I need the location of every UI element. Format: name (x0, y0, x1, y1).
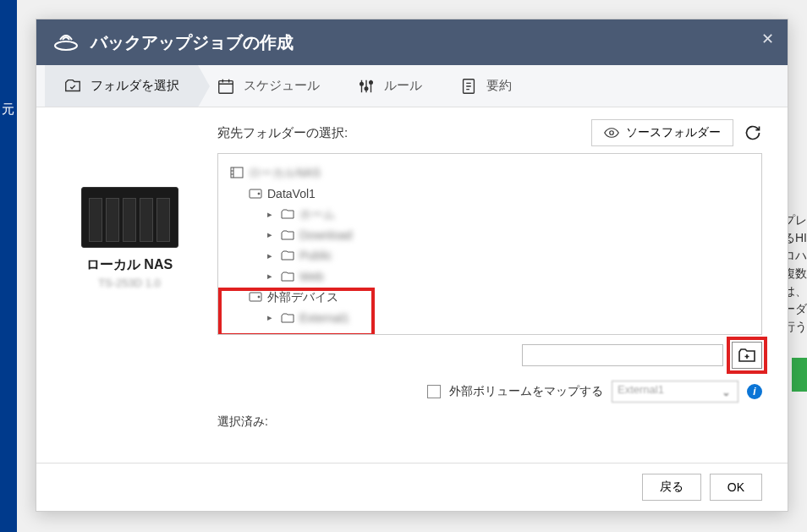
svg-point-9 (258, 193, 260, 195)
tree-external-folder-label: External1 (299, 308, 349, 329)
svg-point-0 (55, 41, 77, 50)
source-button-label: ソースフォルダー (626, 125, 721, 140)
background-sidebar (0, 0, 17, 532)
nas-panel: ローカル NAS TS-253D 1.0 (62, 119, 197, 454)
chevron-down-icon: ⌄ (722, 386, 731, 398)
svg-point-4 (370, 80, 373, 84)
add-folder-button[interactable] (732, 342, 762, 369)
destination-panel: 宛先フォルダーの選択: ソースフォルダー ローカルNAS (217, 119, 762, 454)
tree-volume-label: DataVol1 (267, 184, 316, 205)
source-folders-button[interactable]: ソースフォルダー (591, 119, 733, 146)
dialog-title: バックアップジョブの作成 (91, 31, 294, 54)
map-volume-checkbox[interactable] (427, 385, 441, 398)
step-folders[interactable]: フォルダを選択 (45, 65, 198, 107)
close-button[interactable]: ✕ (761, 31, 774, 47)
svg-point-11 (258, 296, 260, 298)
panel-header: 宛先フォルダーの選択: ソースフォルダー (217, 119, 762, 146)
path-row (217, 342, 762, 369)
tree-root-label: ローカルNAS (249, 162, 321, 184)
step-label: スケジュール (244, 78, 320, 94)
sliders-icon (357, 77, 376, 96)
step-schedule[interactable]: スケジュール (198, 65, 338, 107)
backup-job-dialog: バックアップジョブの作成 ✕ フォルダを選択 スケジュール ルール 要約 ローカ… (36, 19, 788, 512)
tree-external-label: 外部デバイス (267, 287, 338, 308)
step-label: ルール (384, 78, 422, 94)
folder-icon (281, 313, 294, 323)
map-volume-row: 外部ボリュームをマップする External1 ⌄ i (217, 381, 762, 403)
svg-point-6 (610, 131, 614, 135)
panel-title: 宛先フォルダーの選択: (217, 125, 348, 141)
folder-icon (281, 209, 294, 219)
folder-icon (281, 271, 294, 282)
nas-icon (53, 33, 79, 52)
ok-button[interactable]: OK (710, 474, 762, 501)
tree-folder[interactable]: ▸ Download (230, 225, 749, 246)
nas-image (81, 187, 178, 248)
background-green (792, 358, 807, 392)
tree-folder[interactable]: ▸ Web (230, 266, 749, 288)
svg-rect-1 (219, 80, 233, 93)
svg-point-3 (365, 86, 368, 90)
calendar-icon (217, 77, 235, 96)
step-rules[interactable]: ルール (338, 65, 441, 107)
tree-folder-label: Public (299, 245, 332, 266)
tree-folder-label: Download (299, 225, 352, 246)
tree-folder-label: Web (299, 266, 324, 288)
folder-icon (281, 230, 294, 240)
tree-root[interactable]: ローカルNAS (230, 162, 749, 184)
selected-label: 選択済み: (217, 414, 762, 430)
drive-icon (249, 292, 262, 302)
new-folder-input[interactable] (522, 344, 723, 366)
svg-point-2 (360, 82, 364, 85)
dialog-footer: 戻る OK (36, 463, 788, 511)
step-label: 要約 (486, 78, 512, 94)
refresh-icon (744, 124, 761, 141)
step-label: フォルダを選択 (91, 78, 179, 94)
tree-folder[interactable]: ▸ ホーム (230, 204, 749, 225)
nas-model: TS-253D 1.0 (98, 277, 161, 289)
dialog-content: ローカル NAS TS-253D 1.0 宛先フォルダーの選択: ソースフォルダ… (36, 107, 788, 463)
refresh-button[interactable] (744, 123, 762, 142)
folder-tree[interactable]: ローカルNAS DataVol1 ▸ ホーム ▸ Download ▸ P (217, 153, 762, 335)
server-icon (230, 167, 244, 178)
summary-icon (459, 77, 478, 96)
folder-plus-icon (738, 348, 756, 363)
svg-rect-7 (231, 167, 243, 178)
info-icon[interactable]: i (747, 384, 762, 399)
tree-external-folder[interactable]: ▸ External1 (230, 308, 749, 329)
background-text: 元 (2, 101, 14, 118)
folder-select-icon (63, 77, 82, 96)
nas-label: ローカル NAS (86, 256, 173, 274)
tree-folder[interactable]: ▸ Public (230, 245, 749, 266)
dialog-titlebar: バックアップジョブの作成 ✕ (36, 19, 788, 65)
wizard-stepper: フォルダを選択 スケジュール ルール 要約 (36, 65, 788, 107)
tree-volume[interactable]: DataVol1 (230, 184, 749, 205)
back-button[interactable]: 戻る (642, 474, 701, 501)
map-volume-select[interactable]: External1 ⌄ (612, 381, 738, 403)
map-select-value: External1 (618, 383, 664, 396)
step-summary[interactable]: 要約 (441, 65, 530, 107)
tree-external-device[interactable]: 外部デバイス (230, 287, 749, 308)
folder-icon (281, 250, 294, 261)
drive-icon (249, 189, 262, 199)
eye-icon (604, 128, 619, 138)
map-volume-label: 外部ボリュームをマップする (449, 384, 603, 399)
tree-folder-label: ホーム (299, 204, 335, 225)
